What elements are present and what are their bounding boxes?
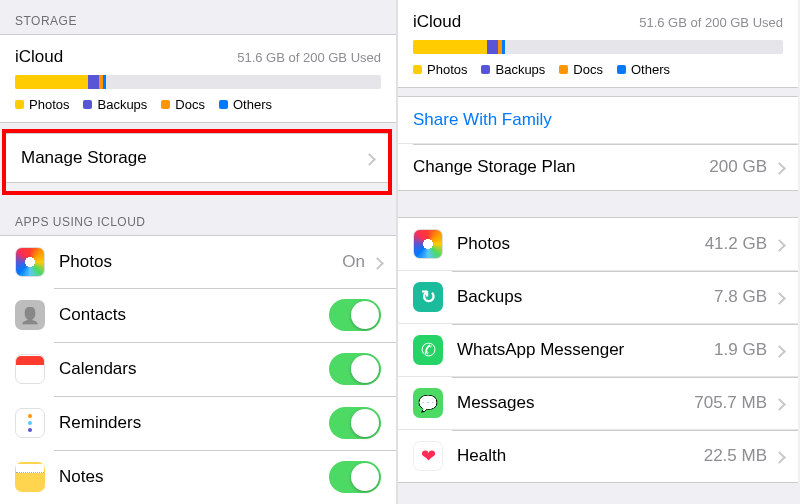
- legend-swatch-backups: [481, 65, 490, 74]
- usage-label: WhatsApp Messenger: [457, 340, 714, 360]
- chevron-right-icon: [365, 152, 373, 165]
- chevron-right-icon: [775, 397, 783, 410]
- app-label: Calendars: [59, 359, 329, 379]
- usage-row-backups[interactable]: Backups 7.8 GB: [398, 270, 798, 323]
- usage-size: 22.5 MB: [704, 446, 767, 466]
- legend-label: Photos: [427, 62, 467, 77]
- chevron-right-icon: [775, 344, 783, 357]
- usage-label: Messages: [457, 393, 694, 413]
- usage-size: 705.7 MB: [694, 393, 767, 413]
- storage-seg-photos: [413, 40, 487, 54]
- storage-seg-photos: [15, 75, 88, 89]
- storage-usage-list: Photos 41.2 GB Backups 7.8 GB WhatsApp M…: [398, 217, 798, 483]
- app-label: Photos: [59, 252, 342, 272]
- manage-storage-row[interactable]: Manage Storage: [6, 134, 388, 182]
- change-plan-label: Change Storage Plan: [413, 157, 709, 177]
- chevron-right-icon: [775, 291, 783, 304]
- health-icon: [413, 441, 443, 471]
- legend-swatch-docs: [559, 65, 568, 74]
- usage-row-photos[interactable]: Photos 41.2 GB: [398, 218, 798, 270]
- contacts-icon: [15, 300, 45, 330]
- calendars-icon: [15, 354, 45, 384]
- app-row-reminders[interactable]: Reminders: [0, 396, 396, 450]
- settings-icloud-pane: STORAGE iCloud 51.6 GB of 200 GB Used Ph…: [0, 0, 398, 504]
- change-storage-plan-row[interactable]: Change Storage Plan 200 GB: [398, 143, 798, 190]
- legend-label: Others: [631, 62, 670, 77]
- storage-bar: [15, 75, 381, 89]
- legend-label: Backups: [495, 62, 545, 77]
- app-label: Contacts: [59, 305, 329, 325]
- legend-label: Docs: [175, 97, 205, 112]
- section-header-storage: STORAGE: [0, 0, 396, 34]
- manage-storage-pane: iCloud 51.6 GB of 200 GB Used Photos Bac…: [398, 0, 798, 504]
- backups-icon: [413, 282, 443, 312]
- toggle-switch[interactable]: [329, 353, 381, 385]
- storage-seg-backups: [88, 75, 99, 89]
- whatsapp-icon: [413, 335, 443, 365]
- storage-bar: [413, 40, 783, 54]
- messages-icon: [413, 388, 443, 418]
- icloud-title: iCloud: [15, 47, 63, 67]
- app-row-calendars[interactable]: Calendars: [0, 342, 396, 396]
- manage-storage-label: Manage Storage: [21, 148, 365, 168]
- icloud-usage: 51.6 GB of 200 GB Used: [639, 15, 783, 30]
- storage-legend: Photos Backups Docs Others: [413, 62, 783, 77]
- chevron-right-icon: [373, 256, 381, 269]
- toggle-switch[interactable]: [329, 299, 381, 331]
- share-with-family-label: Share With Family: [413, 110, 783, 130]
- usage-row-messages[interactable]: Messages 705.7 MB: [398, 376, 798, 429]
- usage-size: 1.9 GB: [714, 340, 767, 360]
- usage-row-health[interactable]: Health 22.5 MB: [398, 429, 798, 482]
- legend-swatch-docs: [161, 100, 170, 109]
- app-row-contacts[interactable]: Contacts: [0, 288, 396, 342]
- usage-label: Health: [457, 446, 704, 466]
- storage-legend: Photos Backups Docs Others: [15, 97, 381, 112]
- section-header-apps: APPS USING ICLOUD: [0, 201, 396, 235]
- chevron-right-icon: [775, 450, 783, 463]
- reminders-icon: [15, 408, 45, 438]
- plan-group: Share With Family Change Storage Plan 20…: [398, 96, 798, 191]
- photos-icon: [413, 229, 443, 259]
- app-label: Notes: [59, 467, 329, 487]
- usage-size: 7.8 GB: [714, 287, 767, 307]
- app-label: Reminders: [59, 413, 329, 433]
- icloud-usage: 51.6 GB of 200 GB Used: [237, 50, 381, 65]
- icloud-title: iCloud: [413, 12, 461, 32]
- change-plan-value: 200 GB: [709, 157, 767, 177]
- legend-swatch-backups: [83, 100, 92, 109]
- notes-icon: [15, 462, 45, 492]
- legend-swatch-photos: [15, 100, 24, 109]
- legend-label: Others: [233, 97, 272, 112]
- legend-swatch-others: [219, 100, 228, 109]
- apps-using-icloud-list: Photos On Contacts Calendars Reminders N…: [0, 235, 396, 504]
- legend-label: Photos: [29, 97, 69, 112]
- icloud-storage-summary: iCloud 51.6 GB of 200 GB Used Photos Bac…: [0, 34, 396, 123]
- usage-label: Photos: [457, 234, 705, 254]
- legend-label: Backups: [97, 97, 147, 112]
- usage-row-whatsapp[interactable]: WhatsApp Messenger 1.9 GB: [398, 323, 798, 376]
- usage-size: 41.2 GB: [705, 234, 767, 254]
- share-with-family-row[interactable]: Share With Family: [398, 97, 798, 143]
- app-detail: On: [342, 252, 365, 272]
- toggle-switch[interactable]: [329, 407, 381, 439]
- storage-seg-others: [502, 40, 506, 54]
- app-row-notes[interactable]: Notes: [0, 450, 396, 504]
- toggle-switch[interactable]: [329, 461, 381, 493]
- chevron-right-icon: [775, 238, 783, 251]
- legend-swatch-others: [617, 65, 626, 74]
- legend-swatch-photos: [413, 65, 422, 74]
- chevron-right-icon: [775, 161, 783, 174]
- highlight-manage-storage: Manage Storage: [2, 129, 392, 195]
- photos-icon: [15, 247, 45, 277]
- app-row-photos[interactable]: Photos On: [0, 236, 396, 288]
- storage-seg-others: [103, 75, 107, 89]
- usage-label: Backups: [457, 287, 714, 307]
- storage-seg-backups: [487, 40, 498, 54]
- legend-label: Docs: [573, 62, 603, 77]
